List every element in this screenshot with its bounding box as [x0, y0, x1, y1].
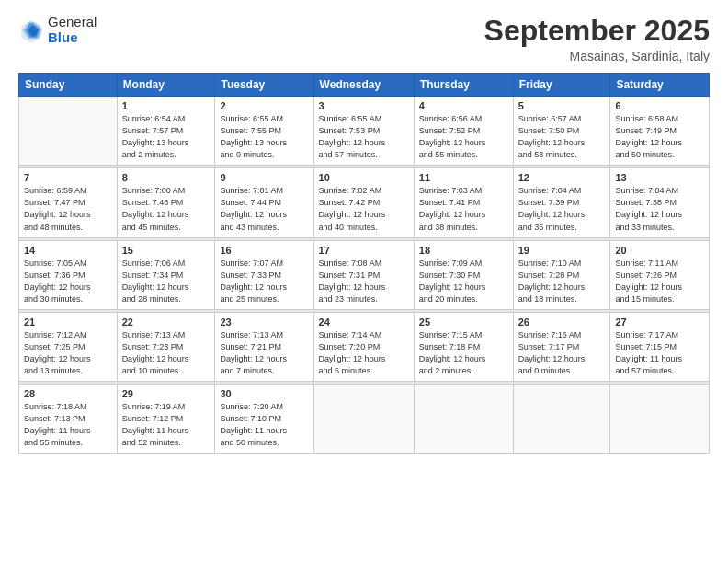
calendar-cell-w2-d7: 13Sunrise: 7:04 AM Sunset: 7:38 PM Dayli… [610, 168, 710, 237]
day-number: 24 [319, 316, 409, 327]
title-block: September 2025 Masainas, Sardinia, Italy [484, 15, 710, 63]
day-info: Sunrise: 7:08 AM Sunset: 7:31 PM Dayligh… [319, 258, 409, 305]
day-info: Sunrise: 6:59 AM Sunset: 7:47 PM Dayligh… [24, 185, 112, 233]
calendar-cell-w4-d1: 21Sunrise: 7:12 AM Sunset: 7:25 PM Dayli… [19, 312, 118, 381]
calendar-cell-w5-d7 [610, 384, 710, 453]
calendar-cell-w4-d6: 26Sunrise: 7:16 AM Sunset: 7:17 PM Dayli… [513, 312, 610, 381]
day-info: Sunrise: 7:15 AM Sunset: 7:18 PM Dayligh… [419, 329, 508, 377]
calendar-cell-w5-d6 [513, 384, 610, 453]
day-number: 19 [518, 245, 606, 256]
month-title: September 2025 [484, 15, 710, 47]
day-info: Sunrise: 7:11 AM Sunset: 7:26 PM Dayligh… [615, 258, 704, 305]
week-row-3: 14Sunrise: 7:05 AM Sunset: 7:36 PM Dayli… [19, 240, 710, 309]
calendar-cell-w1-d4: 3Sunrise: 6:55 AM Sunset: 7:53 PM Daylig… [313, 97, 414, 166]
header-sunday: Sunday [19, 74, 118, 97]
day-number: 9 [220, 172, 308, 183]
calendar-cell-w1-d3: 2Sunrise: 6:55 AM Sunset: 7:55 PM Daylig… [215, 97, 313, 166]
day-number: 1 [122, 100, 210, 111]
day-number: 28 [24, 388, 112, 399]
day-info: Sunrise: 7:03 AM Sunset: 7:41 PM Dayligh… [419, 185, 508, 233]
day-info: Sunrise: 7:12 AM Sunset: 7:25 PM Dayligh… [24, 329, 112, 377]
logo-blue-text: Blue [48, 29, 78, 45]
calendar-cell-w3-d2: 15Sunrise: 7:06 AM Sunset: 7:34 PM Dayli… [117, 240, 215, 309]
day-info: Sunrise: 6:54 AM Sunset: 7:57 PM Dayligh… [122, 113, 210, 161]
logo-text: General Blue [48, 15, 97, 45]
calendar-cell-w5-d3: 30Sunrise: 7:20 AM Sunset: 7:10 PM Dayli… [215, 384, 313, 453]
calendar-cell-w2-d4: 10Sunrise: 7:02 AM Sunset: 7:42 PM Dayli… [313, 168, 414, 237]
page: General Blue September 2025 Masainas, Sa… [0, 0, 728, 563]
week-row-4: 21Sunrise: 7:12 AM Sunset: 7:25 PM Dayli… [19, 312, 710, 381]
day-number: 3 [319, 100, 409, 111]
calendar-cell-w4-d7: 27Sunrise: 7:17 AM Sunset: 7:15 PM Dayli… [610, 312, 710, 381]
day-info: Sunrise: 7:05 AM Sunset: 7:36 PM Dayligh… [24, 258, 112, 305]
calendar-cell-w3-d4: 17Sunrise: 7:08 AM Sunset: 7:31 PM Dayli… [313, 240, 414, 309]
day-number: 21 [24, 316, 112, 327]
day-info: Sunrise: 6:56 AM Sunset: 7:52 PM Dayligh… [419, 113, 508, 161]
day-number: 25 [419, 316, 508, 327]
day-number: 12 [518, 172, 606, 183]
weekday-header-row: Sunday Monday Tuesday Wednesday Thursday… [19, 74, 710, 97]
logo-icon [18, 17, 44, 43]
day-number: 30 [220, 388, 308, 399]
calendar-cell-w2-d5: 11Sunrise: 7:03 AM Sunset: 7:41 PM Dayli… [414, 168, 513, 237]
day-info: Sunrise: 7:09 AM Sunset: 7:30 PM Dayligh… [419, 258, 508, 305]
header-saturday: Saturday [610, 74, 710, 97]
header-thursday: Thursday [414, 74, 513, 97]
calendar-table: Sunday Monday Tuesday Wednesday Thursday… [18, 73, 710, 454]
day-info: Sunrise: 7:00 AM Sunset: 7:46 PM Dayligh… [122, 185, 210, 233]
calendar-cell-w5-d4 [313, 384, 414, 453]
day-info: Sunrise: 7:04 AM Sunset: 7:39 PM Dayligh… [518, 185, 606, 233]
day-info: Sunrise: 7:17 AM Sunset: 7:15 PM Dayligh… [615, 329, 704, 377]
day-number: 20 [615, 245, 704, 256]
calendar-cell-w2-d2: 8Sunrise: 7:00 AM Sunset: 7:46 PM Daylig… [117, 168, 215, 237]
week-row-2: 7Sunrise: 6:59 AM Sunset: 7:47 PM Daylig… [19, 168, 710, 237]
header-wednesday: Wednesday [313, 74, 414, 97]
day-info: Sunrise: 7:20 AM Sunset: 7:10 PM Dayligh… [220, 401, 308, 449]
day-info: Sunrise: 7:10 AM Sunset: 7:28 PM Dayligh… [518, 258, 606, 305]
calendar-cell-w3-d6: 19Sunrise: 7:10 AM Sunset: 7:28 PM Dayli… [513, 240, 610, 309]
day-number: 13 [615, 172, 704, 183]
day-number: 15 [122, 245, 210, 256]
day-number: 17 [319, 245, 409, 256]
day-info: Sunrise: 7:13 AM Sunset: 7:21 PM Dayligh… [220, 329, 308, 377]
day-info: Sunrise: 7:06 AM Sunset: 7:34 PM Dayligh… [122, 258, 210, 305]
day-number: 2 [220, 100, 308, 111]
calendar-cell-w1-d2: 1Sunrise: 6:54 AM Sunset: 7:57 PM Daylig… [117, 97, 215, 166]
header: General Blue September 2025 Masainas, Sa… [18, 15, 710, 63]
calendar-cell-w1-d7: 6Sunrise: 6:58 AM Sunset: 7:49 PM Daylig… [610, 97, 710, 166]
week-row-5: 28Sunrise: 7:18 AM Sunset: 7:13 PM Dayli… [19, 384, 710, 453]
calendar-cell-w4-d3: 23Sunrise: 7:13 AM Sunset: 7:21 PM Dayli… [215, 312, 313, 381]
day-number: 23 [220, 316, 308, 327]
day-number: 22 [122, 316, 210, 327]
day-number: 7 [24, 172, 112, 183]
header-tuesday: Tuesday [215, 74, 313, 97]
calendar-cell-w3-d7: 20Sunrise: 7:11 AM Sunset: 7:26 PM Dayli… [610, 240, 710, 309]
calendar-cell-w2-d1: 7Sunrise: 6:59 AM Sunset: 7:47 PM Daylig… [19, 168, 118, 237]
day-number: 5 [518, 100, 606, 111]
calendar-cell-w1-d6: 5Sunrise: 6:57 AM Sunset: 7:50 PM Daylig… [513, 97, 610, 166]
day-info: Sunrise: 7:01 AM Sunset: 7:44 PM Dayligh… [220, 185, 308, 233]
day-info: Sunrise: 6:57 AM Sunset: 7:50 PM Dayligh… [518, 113, 606, 161]
calendar-cell-w4-d4: 24Sunrise: 7:14 AM Sunset: 7:20 PM Dayli… [313, 312, 414, 381]
day-info: Sunrise: 6:58 AM Sunset: 7:49 PM Dayligh… [615, 113, 704, 161]
calendar-cell-w4-d5: 25Sunrise: 7:15 AM Sunset: 7:18 PM Dayli… [414, 312, 513, 381]
day-info: Sunrise: 7:16 AM Sunset: 7:17 PM Dayligh… [518, 329, 606, 377]
calendar-cell-w3-d3: 16Sunrise: 7:07 AM Sunset: 7:33 PM Dayli… [215, 240, 313, 309]
calendar-cell-w3-d1: 14Sunrise: 7:05 AM Sunset: 7:36 PM Dayli… [19, 240, 118, 309]
day-number: 4 [419, 100, 508, 111]
calendar-cell-w2-d3: 9Sunrise: 7:01 AM Sunset: 7:44 PM Daylig… [215, 168, 313, 237]
location-subtitle: Masainas, Sardinia, Italy [484, 49, 710, 63]
calendar-cell-w1-d1 [19, 97, 118, 166]
day-info: Sunrise: 7:18 AM Sunset: 7:13 PM Dayligh… [24, 401, 112, 449]
calendar-cell-w1-d5: 4Sunrise: 6:56 AM Sunset: 7:52 PM Daylig… [414, 97, 513, 166]
day-info: Sunrise: 6:55 AM Sunset: 7:53 PM Dayligh… [319, 113, 409, 161]
calendar-cell-w2-d6: 12Sunrise: 7:04 AM Sunset: 7:39 PM Dayli… [513, 168, 610, 237]
day-number: 6 [615, 100, 704, 111]
day-info: Sunrise: 7:02 AM Sunset: 7:42 PM Dayligh… [319, 185, 409, 233]
day-info: Sunrise: 7:19 AM Sunset: 7:12 PM Dayligh… [122, 401, 210, 449]
day-info: Sunrise: 7:14 AM Sunset: 7:20 PM Dayligh… [319, 329, 409, 377]
day-number: 29 [122, 388, 210, 399]
calendar-cell-w5-d1: 28Sunrise: 7:18 AM Sunset: 7:13 PM Dayli… [19, 384, 118, 453]
day-number: 10 [319, 172, 409, 183]
day-number: 11 [419, 172, 508, 183]
